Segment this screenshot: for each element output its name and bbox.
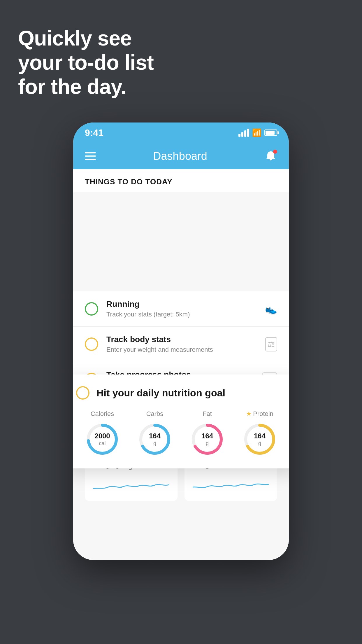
nutrition-item-carbs: Carbs 164 g xyxy=(137,410,172,457)
fat-label: Fat xyxy=(203,410,212,418)
scale-icon: ⚖ xyxy=(265,337,277,351)
notification-dot xyxy=(273,150,277,154)
running-title: Running xyxy=(106,300,257,309)
carbs-unit: g xyxy=(149,440,161,447)
nutrition-title: Hit your daily nutrition goal xyxy=(96,387,225,399)
battery-icon xyxy=(264,130,277,136)
nutrition-item-fat: Fat 164 g xyxy=(190,410,225,457)
carbs-donut: 164 g xyxy=(137,422,172,457)
section-header: THINGS TO DO TODAY xyxy=(73,169,289,192)
star-icon: ★ xyxy=(246,410,252,418)
protein-unit: g xyxy=(254,440,266,447)
nutrition-item-protein: ★ Protein 164 g xyxy=(242,410,277,457)
hamburger-menu[interactable] xyxy=(85,152,96,160)
nutrition-item-calories: Calories 2000 cal xyxy=(85,410,120,457)
body-stats-subtitle: Enter your weight and measurements xyxy=(106,346,257,354)
protein-label-row: ★ Protein xyxy=(246,410,273,418)
running-text: Running Track your stats (target: 5km) xyxy=(106,300,257,318)
fat-unit: g xyxy=(201,440,213,447)
body-fat-chart xyxy=(193,478,269,493)
nav-title: Dashboard xyxy=(153,150,207,162)
phone-container: 9:41 📶 Dashboard xyxy=(73,123,289,601)
protein-label: Protein xyxy=(253,410,273,418)
protein-value: 164 xyxy=(254,432,266,440)
body-weight-chart xyxy=(93,478,169,493)
calories-value: 2000 xyxy=(94,432,110,440)
app-content: THINGS TO DO TODAY Hit your daily nutrit… xyxy=(73,169,289,560)
todo-item-running[interactable]: Running Track your stats (target: 5km) 👟 xyxy=(73,291,289,327)
calories-donut: 2000 cal xyxy=(85,422,120,457)
nav-bar: Dashboard xyxy=(73,143,289,169)
phone-frame: 9:41 📶 Dashboard xyxy=(73,123,289,560)
body-stats-text: Track body stats Enter your weight and m… xyxy=(106,335,257,354)
body-stats-checkbox[interactable] xyxy=(85,337,98,351)
running-subtitle: Track your stats (target: 5km) xyxy=(106,311,257,318)
fat-value: 164 xyxy=(201,432,213,440)
running-checkbox[interactable] xyxy=(85,302,98,316)
signal-icon xyxy=(238,129,249,137)
status-icons: 📶 xyxy=(238,128,277,137)
protein-donut: 164 g xyxy=(242,422,277,457)
carbs-label: Carbs xyxy=(146,410,164,418)
todo-item-body-stats[interactable]: Track body stats Enter your weight and m… xyxy=(73,327,289,362)
nutrition-card: Hit your daily nutrition goal Calories xyxy=(73,374,289,468)
notification-bell[interactable] xyxy=(264,150,277,162)
calories-label: Calories xyxy=(91,410,114,418)
nutrition-circles: Calories 2000 cal xyxy=(76,410,286,457)
carbs-value: 164 xyxy=(149,432,161,440)
nutrition-card-header: Hit your daily nutrition goal xyxy=(76,386,286,400)
status-bar: 9:41 📶 xyxy=(73,123,289,143)
hero-text: Quickly see your to-do list for the day. xyxy=(18,26,154,99)
running-icon: 👟 xyxy=(265,303,277,315)
wifi-icon: 📶 xyxy=(252,128,261,137)
body-stats-title: Track body stats xyxy=(106,335,257,344)
status-time: 9:41 xyxy=(85,127,103,138)
calories-unit: cal xyxy=(94,440,110,447)
fat-donut: 164 g xyxy=(190,422,225,457)
nutrition-checkbox[interactable] xyxy=(76,386,89,400)
